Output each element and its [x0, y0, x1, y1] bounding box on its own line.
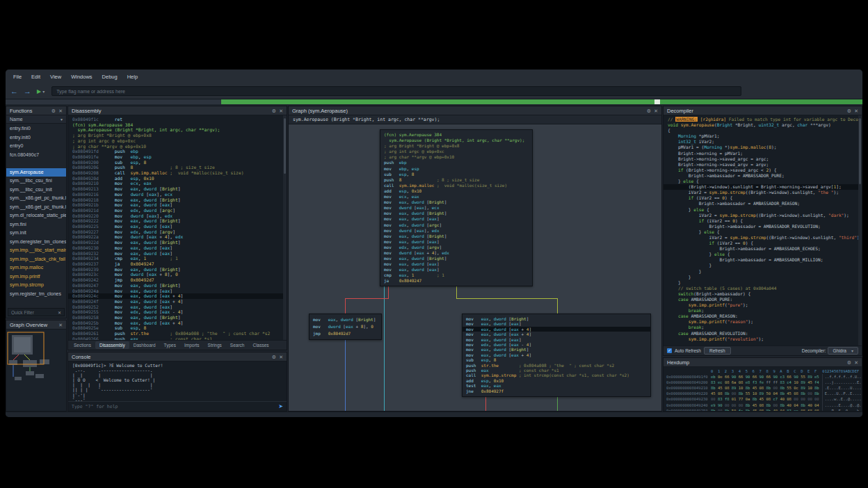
- decompiler-line[interactable]: }: [664, 280, 858, 286]
- decompiler-line[interactable]: Bright->ambassador = AMBASSADOR_REASON;: [664, 201, 858, 206]
- graph-node-line[interactable]: mov edx, dword [argv]: [380, 245, 532, 250]
- graph-node-line[interactable]: mov eax, dword [eax]: [380, 267, 532, 273]
- gear-icon[interactable]: ⚙: [272, 355, 276, 359]
- graph-node-line[interactable]: mov eax, dword [Bright]: [310, 316, 381, 323]
- disassembly-line[interactable]: 0x0804924f mov eax, dword [eax + 4]: [68, 299, 283, 304]
- function-item[interactable]: fcn.080490c7: [6, 151, 66, 160]
- function-item[interactable]: sym.__libc_csu_init: [6, 186, 66, 195]
- graph-node-line[interactable]: mov eax, dword [eax]: [380, 261, 532, 267]
- disassembly-line[interactable]: 0x0804925e sub esp, 8: [68, 325, 283, 331]
- disassembly-line[interactable]: 0x08049242 jmp 0x80492d7: [68, 277, 283, 283]
- disassembly-line[interactable]: 0x0804921d mov edx, dword [argc]: [68, 208, 283, 213]
- gear-icon[interactable]: ⚙: [272, 108, 276, 113]
- decompiler-line[interactable]: // WARNING: [r2ghidra] Failed to match t…: [664, 117, 858, 122]
- decompiler-line[interactable]: if (iVar2 == 0) {: [664, 195, 858, 201]
- graph-node-line[interactable]: mov dword [eax], ecx: [380, 205, 532, 211]
- disassembly-line[interactable]: 0x08049247 mov eax, dword [Bright]: [68, 283, 283, 288]
- disassembly-line[interactable]: ; arg int argc @ ebp+0xc: [68, 138, 283, 144]
- graph-node-line[interactable]: mov eax, dword [eax + 4]: [463, 352, 650, 357]
- decompiler-line[interactable]: case AMBASSADOR_REASON:: [664, 314, 858, 319]
- menu-help[interactable]: Help: [122, 74, 143, 80]
- graph-node-line[interactable]: mov ebp, esp: [380, 166, 532, 172]
- send-command-icon[interactable]: ➤: [278, 403, 283, 409]
- graph-node-line[interactable]: push 8 ; 8 ; size_t size: [380, 177, 532, 183]
- disassembly-line[interactable]: 0x08049237 ja 0x8049247: [68, 261, 283, 267]
- graph-node-line[interactable]: cmp eax, 1 ; 1: [380, 273, 532, 278]
- function-item[interactable]: sym.Aeropause: [6, 168, 66, 177]
- disassembly-line[interactable]: 0x08049261 push str.the ; 0x804a008 ; "t…: [68, 331, 283, 336]
- function-item[interactable]: sym.fini: [6, 220, 66, 229]
- function-item[interactable]: entry.init0: [6, 133, 66, 143]
- decompiler-line[interactable]: sym.imp.printf("pure");: [664, 302, 858, 308]
- graph-node-line[interactable]: mov edx, dword [eax - 4]: [463, 342, 650, 347]
- disassembly-line[interactable]: 0x0804923c mov dword [eax + 8], 0: [68, 272, 283, 277]
- hexdump-row[interactable]: 0x000000000804923000 83 f8 01 77 0a 8b 4…: [666, 396, 862, 402]
- decompiler-line[interactable]: Bright->morning->saved_argc = argc;: [664, 156, 858, 162]
- graph-node-line[interactable]: mov edx, dword [argc]: [380, 222, 532, 228]
- graph-node-line[interactable]: mov eax, dword [Bright]: [463, 316, 650, 321]
- menu-file[interactable]: File: [8, 74, 26, 80]
- graph-node-line[interactable]: mov eax, dword [Bright]: [380, 234, 532, 239]
- disassembly-line[interactable]: 0x0804924a mov eax, dword [eax]: [68, 288, 283, 294]
- disassembly-line[interactable]: 0x08049255 mov edx, dword [eax - 4]: [68, 309, 283, 315]
- decompiler-select[interactable]: Ghidra ▾: [828, 347, 858, 355]
- disassembly-line[interactable]: 0x0804922d mov eax, dword [Bright]: [68, 240, 283, 245]
- function-item[interactable]: entry0: [6, 142, 66, 151]
- graph-node-line[interactable]: call sym.imp.strcmp ; int strcmp(const c…: [463, 373, 650, 377]
- decompiler-line[interactable]: } else {: [664, 179, 858, 184]
- graph-node-line[interactable]: mov dword [eax + 4], edx: [380, 250, 532, 256]
- menu-debug[interactable]: Debug: [97, 74, 122, 80]
- graph-node-line[interactable]: ja 0x8049247: [380, 278, 532, 284]
- function-item[interactable]: sym.init: [6, 229, 66, 238]
- graph-node-line[interactable]: mov eax, dword [eax]: [463, 337, 650, 342]
- disassembly-line[interactable]: 0x08049222 mov eax, dword [Bright]: [68, 218, 283, 224]
- disassembly-line[interactable]: 0x08049230 mov eax, dword [eax]: [68, 245, 283, 251]
- graph-node-line[interactable]: ; arg Bright *Bright @ ebp+0x8: [380, 143, 532, 149]
- close-icon[interactable]: ✕: [654, 108, 658, 113]
- graph-node-line[interactable]: sub esp, 8: [463, 357, 650, 362]
- function-item[interactable]: sym.imp.__stack_chk_fail: [6, 255, 66, 264]
- decompiler-line[interactable]: if (Bright->morning->saved_argc < 2) {: [664, 168, 858, 173]
- graph-node-line[interactable]: mov eax, dword [Bright]: [380, 256, 532, 261]
- graph-node-line[interactable]: jne 0x804927f: [463, 389, 650, 393]
- decompiler-line[interactable]: sym.imp.printf("revolution");: [664, 336, 858, 342]
- graph-node-line[interactable]: ; arg int argc @ ebp+0xc: [380, 149, 532, 154]
- menu-view[interactable]: View: [45, 74, 66, 80]
- graph-node-line[interactable]: mov eax, dword [Bright]: [463, 347, 650, 352]
- disassembly-line[interactable]: 0x08049208 call sym.imp.malloc ; void *m…: [68, 170, 283, 176]
- disassembly-line[interactable]: 0x08049218 mov eax, dword [Bright]: [68, 197, 283, 203]
- decompiler-line[interactable]: iVar2 = sym.imp.strcmp((Bright->window).…: [664, 213, 858, 218]
- disassembly-line[interactable]: 0x08049206 push 8 ; 8 ; size_t size: [68, 165, 283, 170]
- decompiler-line[interactable]: Morning *pMVar1;: [664, 133, 858, 139]
- functions-column-header[interactable]: Name ▾: [6, 115, 66, 124]
- tab-classes[interactable]: Classes: [248, 341, 273, 349]
- decompiler-line[interactable]: int32_t iVar2;: [664, 139, 858, 145]
- close-icon[interactable]: ✕: [279, 108, 283, 113]
- disassembly-line[interactable]: 0x08049216 mov dword [eax], ecx: [68, 192, 283, 197]
- disassembly-line[interactable]: 0x08049225 mov eax, dword [eax]: [68, 224, 283, 229]
- refresh-button[interactable]: Refresh: [704, 347, 731, 355]
- disassembly-line[interactable]: 0x080491fe mov ebp, esp: [68, 154, 283, 160]
- graph-node-line[interactable]: test eax, eax: [463, 383, 650, 388]
- graph-canvas[interactable]: (fcn) sym.Aeropause 384 sym.Aeropause (B…: [289, 124, 661, 411]
- graph-node-line[interactable]: push eax ; const char *s1: [463, 368, 650, 373]
- hexdump-row[interactable]: 0x00000000080492508b 00 8b 50 fc 8b 45 0…: [666, 408, 862, 411]
- decompiler-line[interactable]: pMVar1 = (Morning *)sym.imp.malloc(8);: [664, 145, 858, 150]
- graph-node-line[interactable]: mov eax, dword [eax + 4]: [463, 327, 650, 332]
- decompiler-line[interactable]: case AMBASSADOR_PURE:: [664, 297, 858, 302]
- graph-node-entry[interactable]: (fcn) sym.Aeropause 384 sym.Aeropause (B…: [380, 129, 533, 286]
- graph-node-line[interactable]: ; arg char **argv @ ebp+0x10: [380, 154, 532, 160]
- graph-node-line[interactable]: sub esp, 8: [380, 172, 532, 177]
- graph-node-line[interactable]: call sym.imp.malloc ; void *malloc(size_…: [380, 183, 532, 188]
- close-icon[interactable]: ✕: [279, 355, 283, 359]
- decompiler-line[interactable]: case AMBASSADOR_REVOLUTION:: [664, 331, 858, 336]
- menu-windows[interactable]: Windows: [66, 74, 97, 80]
- disassembly-line[interactable]: 0x08049f1c ret: [68, 117, 283, 122]
- disassembly-line[interactable]: 0x0804921b mov eax, dword [eax]: [68, 202, 283, 208]
- graph-node-line[interactable]: jmp 0x80492d7: [310, 330, 381, 337]
- function-item[interactable]: sym.register_tm_clones: [6, 290, 66, 299]
- gear-icon[interactable]: ⚙: [647, 108, 651, 113]
- graph-node-line[interactable]: mov eax, dword [eax]: [380, 216, 532, 222]
- function-item[interactable]: sym.__libc_csu_fini: [6, 177, 66, 186]
- close-icon[interactable]: ✕: [58, 323, 63, 327]
